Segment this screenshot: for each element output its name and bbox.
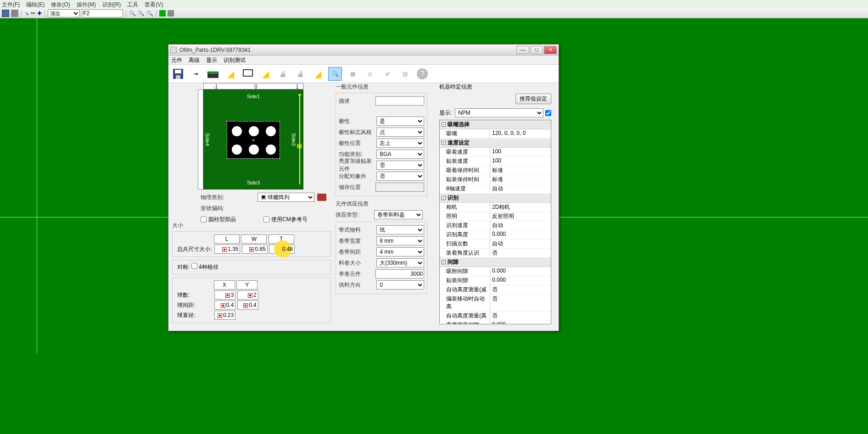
save-icon[interactable] (171, 67, 185, 81)
zoom-out-icon[interactable]: 🔍 (129, 10, 136, 17)
propgrid-row[interactable]: 高度测量间隙0.000 (440, 321, 551, 324)
L-input[interactable]: 1.35 (214, 245, 240, 254)
polstyle-select[interactable]: 点 (376, 128, 424, 137)
balls-x-input[interactable]: 3 (214, 290, 235, 300)
prop-value[interactable]: 自动 (490, 221, 551, 230)
prop-value[interactable]: 标准 (490, 166, 551, 175)
zoom-fit-icon[interactable]: 🔍 (146, 10, 153, 17)
save-icon[interactable] (2, 10, 9, 17)
green-box-icon[interactable] (159, 10, 166, 17)
propgrid-group-header[interactable]: -识别 (440, 194, 551, 203)
propgrid-row[interactable]: 扫描次数自动 (440, 239, 551, 249)
inspect-icon[interactable]: 🔬 (276, 67, 290, 81)
align-icon[interactable]: ⇥ (189, 67, 202, 81)
propgrid-row[interactable]: 吸嘴120, 0, 0, 0, 0 (440, 129, 551, 139)
prop-value[interactable]: 100 (490, 148, 551, 156)
bright-select[interactable]: 否 (376, 161, 424, 170)
propgrid-row[interactable]: 贴装间隙0.000 (440, 276, 551, 285)
minimize-button[interactable]: — (516, 46, 529, 54)
propgrid-row[interactable]: 吸附间隙0.000 (440, 267, 551, 276)
feeddir-select[interactable]: 0 (376, 280, 424, 289)
dlg-menu-display[interactable]: 显示 (206, 56, 217, 63)
menu-file[interactable]: 文件(F) (2, 1, 20, 7)
lamp-icon[interactable]: ◢ (224, 67, 237, 81)
T-input[interactable]: 0.48 (269, 245, 295, 254)
close-button[interactable]: ✕ (544, 46, 557, 54)
collapse-icon[interactable]: - (442, 260, 446, 264)
prop-value[interactable]: 自动 (490, 184, 551, 193)
propgrid-row[interactable]: 照明反射照明 (440, 212, 551, 221)
propgrid-row[interactable]: 识别速度自动 (440, 221, 551, 230)
propgrid-group-header[interactable]: -间隙 (440, 258, 551, 267)
tape-select[interactable]: 纸 (376, 225, 424, 234)
tapewidth-select[interactable]: 8 mm (376, 236, 424, 245)
menu-view[interactable]: 查看(V) (145, 1, 163, 7)
titlebar[interactable]: Ofilm_Parts-1DRV-59778341 — □ ✕ (168, 45, 559, 56)
balls-y-input[interactable]: 2 (237, 290, 258, 300)
pitch-x-input[interactable]: 0.4 (214, 300, 235, 310)
align-select[interactable]: 顶边 (48, 9, 80, 17)
property-grid[interactable]: -吸嘴选择吸嘴120, 0, 0, 0, 0-速度设定吸着速度100贴装速度10… (439, 120, 551, 324)
prop-value[interactable]: 120, 0, 0, 0, 0 (490, 129, 551, 138)
prop-value[interactable]: 否 (490, 249, 551, 257)
diameter-input[interactable]: 0.23 (214, 311, 235, 320)
prop-value[interactable]: 2D相机 (490, 203, 551, 211)
propgrid-row[interactable]: 自动高度测量(高否 (440, 312, 551, 321)
menu-modify[interactable]: 修改(O) (51, 1, 70, 7)
lamp2-icon[interactable]: ◢ (258, 67, 272, 81)
alloc-select[interactable]: 否 (376, 172, 424, 181)
menu-operate[interactable]: 操作(M) (77, 1, 96, 7)
collapse-icon[interactable]: - (442, 141, 446, 145)
prop-value[interactable]: 反射照明 (490, 212, 551, 221)
collapse-icon[interactable]: - (442, 196, 446, 200)
W-input[interactable]: 0.85 (242, 245, 268, 254)
propgrid-row[interactable]: 识别高度0.000 (440, 230, 551, 239)
perreel-input[interactable] (375, 269, 424, 278)
prop-value[interactable]: 0.000 (490, 230, 551, 239)
reel-select[interactable]: 大(330mm) (376, 258, 424, 267)
tapepitch-select[interactable]: 4 mm (376, 247, 424, 256)
propgrid-group-header[interactable]: -吸嘴选择 (440, 120, 551, 129)
collapse-icon[interactable]: - (442, 122, 446, 127)
align4-checkbox[interactable] (191, 263, 197, 269)
propgrid-row[interactable]: 相机2D相机 (440, 203, 551, 212)
menu-tool[interactable]: 工具 (127, 1, 138, 7)
dlg-menu-component[interactable]: 元件 (171, 56, 182, 63)
help-icon[interactable]: ? (415, 67, 429, 81)
prop-value[interactable]: 0.000 (490, 276, 551, 285)
print-icon[interactable] (11, 10, 18, 17)
grid-icon[interactable] (168, 10, 174, 17)
crosshair-icon[interactable]: ✚ (37, 10, 42, 17)
prop-value[interactable]: 自动 (490, 239, 551, 248)
lamp3-icon[interactable]: ◢ (311, 67, 325, 81)
propgrid-row[interactable]: 自动高度测量(减否 (440, 285, 551, 295)
swap-icon[interactable]: ⇄ (381, 67, 394, 81)
dlg-menu-advanced[interactable]: 高级 (189, 56, 200, 63)
maximize-button[interactable]: □ (530, 46, 543, 54)
pitch-y-input[interactable]: 0.4 (237, 300, 258, 310)
propgrid-row[interactable]: 吸着速度100 (440, 148, 551, 157)
propgrid-row[interactable]: 贴装保持时间标准 (440, 175, 551, 184)
target-icon[interactable]: ◎ (363, 67, 377, 81)
propgrid-row[interactable]: 吸着保持时间标准 (440, 166, 551, 175)
desc-input[interactable] (375, 96, 424, 106)
phys-select[interactable]: ▣ 球栅阵列 (258, 193, 314, 202)
supplytype-select[interactable]: 卷带和料盘 (374, 210, 423, 219)
recommend-button[interactable]: 推荐值设定 (515, 94, 551, 104)
menu-recognize[interactable]: 识别(R) (102, 1, 121, 7)
inspect2-icon[interactable]: 🔬 (293, 67, 307, 81)
store-input[interactable] (375, 183, 424, 192)
prop-value[interactable]: 100 (490, 157, 551, 166)
notes-icon[interactable]: ▤ (398, 67, 412, 81)
dlg-menu-rectest[interactable]: 识别测试 (224, 56, 246, 63)
propgrid-row[interactable]: 贴装速度100 (440, 157, 551, 166)
prop-value[interactable]: 标准 (490, 175, 551, 184)
component-preview[interactable]: Side1 Side2 Side3 Side4 供给 + (203, 89, 303, 189)
propgrid-row[interactable]: 装着角度认识否 (440, 249, 551, 258)
propgrid-group-header[interactable]: -速度设定 (440, 139, 551, 148)
zoom-in-icon[interactable]: 🔍 (138, 10, 145, 17)
machine-show-checkbox[interactable] (545, 110, 551, 116)
scissors-icon[interactable]: ✂ (31, 10, 35, 17)
arrow-icon[interactable]: ↘ (24, 10, 29, 17)
prop-value[interactable]: 0.000 (490, 267, 551, 276)
